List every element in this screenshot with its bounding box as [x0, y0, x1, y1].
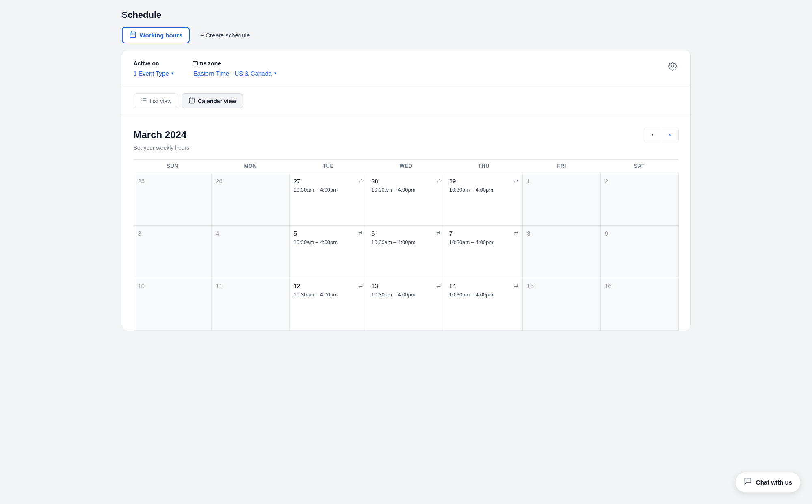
- calendar-cell[interactable]: 4: [212, 226, 290, 278]
- calendar-view-icon: [188, 97, 195, 105]
- calendar-cell[interactable]: 13⇄10:30am – 4:00pm: [367, 278, 445, 331]
- calendar-cell[interactable]: 5⇄10:30am – 4:00pm: [289, 226, 367, 278]
- day-number: 4: [216, 230, 219, 237]
- calendar-cell[interactable]: 29⇄10:30am – 4:00pm: [445, 173, 523, 226]
- repeat-icon: ⇄: [436, 230, 441, 236]
- day-number: 29: [449, 177, 456, 184]
- settings-button[interactable]: [667, 60, 679, 74]
- day-number: 8: [527, 230, 530, 237]
- calendar-row-1: 345⇄10:30am – 4:00pm6⇄10:30am – 4:00pm7⇄…: [134, 226, 678, 278]
- time-slot: 10:30am – 4:00pm: [371, 187, 441, 193]
- calendar-cell[interactable]: 11: [212, 278, 290, 331]
- day-number: 25: [138, 177, 145, 184]
- tab-bar: Working hours + Create schedule: [122, 27, 691, 43]
- view-toggle-bar: List view Calendar view: [122, 85, 690, 117]
- day-number: 28: [371, 177, 378, 184]
- calendar-cell[interactable]: 14⇄10:30am – 4:00pm: [445, 278, 523, 331]
- svg-rect-11: [189, 98, 194, 103]
- calendar-cell[interactable]: 7⇄10:30am – 4:00pm: [445, 226, 523, 278]
- calendar-cell[interactable]: 1: [523, 173, 601, 226]
- calendar-cell[interactable]: 6⇄10:30am – 4:00pm: [367, 226, 445, 278]
- day-number: 11: [216, 282, 223, 289]
- day-number: 6: [371, 230, 375, 237]
- calendar-cell[interactable]: 15: [523, 278, 601, 331]
- create-schedule-label: + Create schedule: [200, 32, 250, 39]
- working-hours-tab[interactable]: Working hours: [122, 27, 190, 43]
- calendar-header: March 2024 ‹ ›: [134, 127, 679, 143]
- time-slot: 10:30am – 4:00pm: [294, 239, 363, 245]
- next-month-button[interactable]: ›: [661, 127, 678, 143]
- active-on-value[interactable]: 1 Event Type ▾: [134, 70, 174, 77]
- chat-label: Chat with us: [756, 479, 792, 486]
- card-top-fields: Active on 1 Event Type ▾ Time zone Easte…: [134, 60, 277, 77]
- weekday-tue: TUE: [289, 160, 367, 173]
- working-hours-label: Working hours: [140, 32, 183, 39]
- calendar-cell[interactable]: 3: [134, 226, 212, 278]
- repeat-icon: ⇄: [436, 283, 441, 289]
- calendar-cell[interactable]: 10: [134, 278, 212, 331]
- calendar-cell[interactable]: 9: [600, 226, 678, 278]
- calendar-grid: SUN MON TUE WED THU FRI SAT 252627⇄10:30…: [134, 159, 679, 331]
- weekday-mon: MON: [212, 160, 290, 173]
- day-number: 3: [138, 230, 141, 237]
- calendar-cell[interactable]: 28⇄10:30am – 4:00pm: [367, 173, 445, 226]
- time-zone-chevron: ▾: [274, 71, 277, 76]
- time-slot: 10:30am – 4:00pm: [371, 292, 441, 298]
- time-slot: 10:30am – 4:00pm: [294, 292, 363, 298]
- list-view-button[interactable]: List view: [134, 93, 179, 108]
- active-on-group: Active on 1 Event Type ▾: [134, 60, 174, 77]
- calendar-cell[interactable]: 2: [600, 173, 678, 226]
- list-view-label: List view: [150, 98, 172, 104]
- time-zone-group: Time zone Eastern Time - US & Canada ▾: [193, 60, 277, 77]
- day-number: 15: [527, 282, 534, 289]
- repeat-icon: ⇄: [358, 230, 363, 236]
- day-number: 7: [449, 230, 453, 237]
- calendar-nav: ‹ ›: [644, 127, 679, 143]
- time-slot: 10:30am – 4:00pm: [449, 187, 519, 193]
- calendar-cell[interactable]: 16: [600, 278, 678, 331]
- day-number: 26: [216, 177, 223, 184]
- calendar-view-button[interactable]: Calendar view: [182, 93, 243, 108]
- page-container: Schedule Working hours + Create schedule…: [122, 10, 691, 331]
- calendar-cell[interactable]: 8: [523, 226, 601, 278]
- prev-month-button[interactable]: ‹: [644, 127, 661, 143]
- repeat-icon: ⇄: [358, 283, 363, 289]
- calendar-cell[interactable]: 12⇄10:30am – 4:00pm: [289, 278, 367, 331]
- create-schedule-button[interactable]: + Create schedule: [195, 28, 256, 42]
- card-top: Active on 1 Event Type ▾ Time zone Easte…: [122, 50, 690, 85]
- calendar-cell[interactable]: 25: [134, 173, 212, 226]
- day-number: 10: [138, 282, 145, 289]
- day-number: 14: [449, 282, 456, 289]
- day-number: 9: [605, 230, 608, 237]
- main-card: Active on 1 Event Type ▾ Time zone Easte…: [122, 50, 691, 331]
- calendar-view-label: Calendar view: [198, 98, 236, 104]
- day-number: 13: [371, 282, 378, 289]
- calendar-cell[interactable]: 27⇄10:30am – 4:00pm: [289, 173, 367, 226]
- calendar-subtitle: Set your weekly hours: [134, 145, 679, 151]
- chat-widget[interactable]: Chat with us: [735, 472, 801, 493]
- weekday-thu: THU: [445, 160, 523, 173]
- time-slot: 10:30am – 4:00pm: [371, 239, 441, 245]
- day-number: 27: [294, 177, 301, 184]
- calendar-icon: [129, 31, 136, 39]
- repeat-icon: ⇄: [358, 178, 363, 184]
- svg-rect-0: [130, 32, 136, 38]
- list-view-icon: [141, 97, 147, 105]
- repeat-icon: ⇄: [514, 230, 518, 236]
- time-zone-value[interactable]: Eastern Time - US & Canada ▾: [193, 70, 277, 77]
- calendar-month-title: March 2024: [134, 129, 187, 141]
- page-title: Schedule: [122, 10, 691, 20]
- day-number: 12: [294, 282, 301, 289]
- day-number: 16: [605, 282, 612, 289]
- calendar-weekdays-row: SUN MON TUE WED THU FRI SAT: [134, 160, 678, 173]
- calendar-cell[interactable]: 26: [212, 173, 290, 226]
- repeat-icon: ⇄: [514, 283, 518, 289]
- svg-point-4: [671, 65, 674, 67]
- repeat-icon: ⇄: [514, 178, 518, 184]
- repeat-icon: ⇄: [436, 178, 441, 184]
- day-number: 5: [294, 230, 297, 237]
- time-slot: 10:30am – 4:00pm: [449, 239, 519, 245]
- time-zone-label: Time zone: [193, 60, 277, 67]
- weekday-fri: FRI: [523, 160, 601, 173]
- weekday-sun: SUN: [134, 160, 212, 173]
